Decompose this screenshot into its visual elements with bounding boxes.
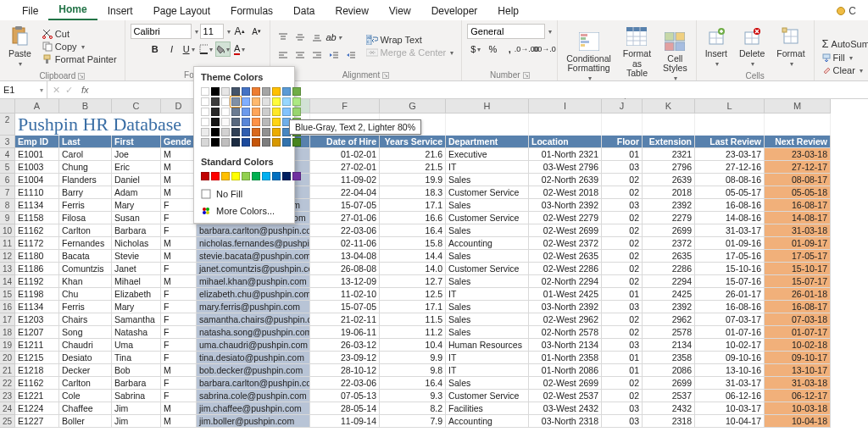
cell-I15[interactable]: 01-West 2425 bbox=[529, 288, 602, 301]
color-swatch[interactable] bbox=[292, 87, 301, 96]
cell-C5[interactable]: Eric bbox=[112, 161, 161, 174]
cell-A5[interactable]: E1003 bbox=[15, 161, 59, 174]
cell-A21[interactable]: E1218 bbox=[15, 364, 59, 377]
cell-B6[interactable]: Flanders bbox=[59, 174, 112, 186]
color-swatch[interactable] bbox=[272, 87, 281, 96]
cell-L15[interactable]: 26-01-17 bbox=[695, 288, 765, 301]
cell-L14[interactable]: 15-07-16 bbox=[695, 275, 765, 288]
cell-G22[interactable]: 16.4 bbox=[380, 377, 446, 390]
cell-I25[interactable]: 03-North 2318 bbox=[529, 415, 602, 428]
row-header-12[interactable]: 12 bbox=[0, 250, 15, 263]
cell-A23[interactable]: E1221 bbox=[15, 390, 59, 402]
cell-B21[interactable]: Decker bbox=[59, 364, 112, 377]
tab-home[interactable]: Home bbox=[48, 0, 97, 20]
color-swatch[interactable] bbox=[282, 108, 291, 116]
cell-F19[interactable]: 26-03-12 bbox=[310, 339, 380, 352]
cell-G23[interactable]: 9.3 bbox=[380, 390, 446, 402]
cell-F25[interactable]: 11-09-14 bbox=[310, 415, 380, 428]
cell-C9[interactable]: Susan bbox=[112, 212, 161, 224]
col-header-B[interactable]: B bbox=[59, 99, 112, 114]
cell-J2[interactable] bbox=[602, 114, 643, 136]
cell-M7[interactable]: 05-05-18 bbox=[765, 186, 831, 199]
cell-I16[interactable]: 03-North 2392 bbox=[529, 301, 602, 313]
cell-H17[interactable]: Sales bbox=[446, 313, 529, 326]
cell-B20[interactable]: Desiato bbox=[59, 352, 112, 364]
cell-I3[interactable]: Location bbox=[529, 136, 602, 148]
cancel-formula-icon[interactable]: ✕ bbox=[53, 85, 60, 96]
cell-G8[interactable]: 17.1 bbox=[380, 199, 446, 212]
row-header-8[interactable]: 8 bbox=[0, 199, 15, 212]
cell-H6[interactable]: Sales bbox=[446, 174, 529, 186]
cell-H2[interactable] bbox=[446, 114, 529, 136]
cell-D7[interactable]: M bbox=[161, 186, 197, 199]
decrease-font-icon[interactable]: A▾ bbox=[249, 24, 264, 39]
cell-E23[interactable]: sabrina.cole@pushpin.com bbox=[197, 390, 310, 402]
clear-button[interactable]: Clear▾ bbox=[820, 64, 868, 76]
row-header-25[interactable]: 25 bbox=[0, 415, 15, 428]
cell-J13[interactable]: 02 bbox=[602, 263, 643, 275]
cell-C12[interactable]: Stevie bbox=[112, 250, 161, 263]
cell-I21[interactable]: 01-North 2086 bbox=[529, 364, 602, 377]
cell-C25[interactable]: Jim bbox=[112, 415, 161, 428]
cell-D4[interactable]: M bbox=[161, 148, 197, 161]
cell-C6[interactable]: Daniel bbox=[112, 174, 161, 186]
cell-C24[interactable]: Jim bbox=[112, 402, 161, 415]
cell-B5[interactable]: Chung bbox=[59, 161, 112, 174]
cell-H10[interactable]: Sales bbox=[446, 224, 529, 237]
cell-D25[interactable]: M bbox=[161, 415, 197, 428]
cell-H22[interactable]: Sales bbox=[446, 377, 529, 390]
cell-F4[interactable]: 01-02-01 bbox=[310, 148, 380, 161]
col-header-A[interactable]: A bbox=[15, 99, 59, 114]
cell-C10[interactable]: Barbara bbox=[112, 224, 161, 237]
cell-J12[interactable]: 02 bbox=[602, 250, 643, 263]
color-swatch[interactable] bbox=[211, 128, 220, 136]
cell-F12[interactable]: 13-04-08 bbox=[310, 250, 380, 263]
cell-G18[interactable]: 11.2 bbox=[380, 326, 446, 339]
cell-D5[interactable]: M bbox=[161, 161, 197, 174]
cell-I5[interactable]: 03-West 2796 bbox=[529, 161, 602, 174]
increase-font-icon[interactable]: A▴ bbox=[232, 24, 248, 39]
cell-K24[interactable]: 2432 bbox=[643, 402, 695, 415]
worksheet[interactable]: ABCDEFGHIJKLM 2Pushpin HR Database3Emp I… bbox=[0, 99, 868, 428]
cell-L21[interactable]: 13-10-16 bbox=[695, 364, 765, 377]
row-header-11[interactable]: 11 bbox=[0, 237, 15, 250]
color-swatch[interactable] bbox=[201, 138, 209, 147]
insert-cells-button[interactable]: Insert▾ bbox=[702, 24, 731, 69]
cell-L18[interactable]: 01-07-16 bbox=[695, 326, 765, 339]
cell-F5[interactable]: 27-02-01 bbox=[310, 161, 380, 174]
cell-I4[interactable]: 01-North 2321 bbox=[529, 148, 602, 161]
cell-M20[interactable]: 09-10-17 bbox=[765, 352, 831, 364]
cell-K13[interactable]: 2286 bbox=[643, 263, 695, 275]
color-swatch[interactable] bbox=[292, 108, 301, 116]
italic-button[interactable]: I bbox=[164, 42, 180, 57]
cell-E11[interactable]: nicholas.fernandes@pushpin.com bbox=[197, 237, 310, 250]
cell-D10[interactable]: F bbox=[161, 224, 197, 237]
color-swatch[interactable] bbox=[292, 138, 301, 147]
cell-A4[interactable]: E1001 bbox=[15, 148, 59, 161]
cell-I10[interactable]: 02-West 2699 bbox=[529, 224, 602, 237]
format-cells-button[interactable]: Format▾ bbox=[773, 24, 808, 69]
cell-A8[interactable]: E1134 bbox=[15, 199, 59, 212]
cell-D19[interactable]: F bbox=[161, 339, 197, 352]
cell-L7[interactable]: 05-05-17 bbox=[695, 186, 765, 199]
cell-B10[interactable]: Carlton bbox=[59, 224, 112, 237]
color-swatch[interactable] bbox=[201, 118, 209, 126]
tab-file[interactable]: File bbox=[12, 2, 48, 20]
no-fill-menuitem[interactable]: No Fill bbox=[194, 186, 294, 202]
cell-G9[interactable]: 16.6 bbox=[380, 212, 446, 224]
enter-formula-icon[interactable]: ✓ bbox=[65, 85, 73, 96]
tab-developer[interactable]: Developer bbox=[421, 2, 488, 20]
color-swatch[interactable] bbox=[282, 97, 291, 106]
cell-L16[interactable]: 16-08-16 bbox=[695, 301, 765, 313]
cell-B12[interactable]: Bacata bbox=[59, 250, 112, 263]
cell-I13[interactable]: 02-West 2286 bbox=[529, 263, 602, 275]
cell-C15[interactable]: Elizabeth bbox=[112, 288, 161, 301]
cell-M24[interactable]: 10-03-18 bbox=[765, 402, 831, 415]
cell-H20[interactable]: IT bbox=[446, 352, 529, 364]
cell-F9[interactable]: 27-01-06 bbox=[310, 212, 380, 224]
color-swatch[interactable] bbox=[292, 172, 301, 180]
row-header-5[interactable]: 5 bbox=[0, 161, 15, 174]
cell-E10[interactable]: barbara.carlton@pushpin.com bbox=[197, 224, 310, 237]
row-header-20[interactable]: 20 bbox=[0, 352, 15, 364]
color-swatch[interactable] bbox=[262, 87, 270, 96]
